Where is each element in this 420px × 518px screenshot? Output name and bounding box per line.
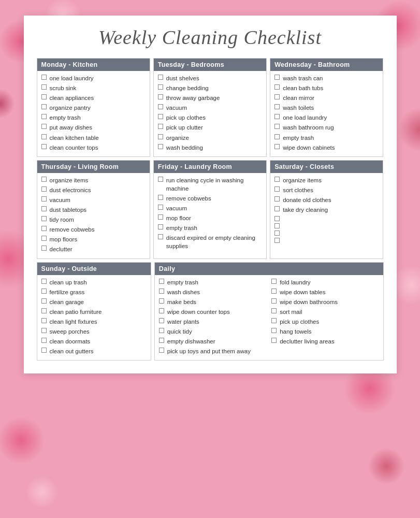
checkbox[interactable] [158,84,163,90]
saturday-section: Saturday - Closets organize itemssort cl… [270,160,383,259]
checkbox[interactable] [41,298,47,304]
checkbox[interactable] [271,308,277,313]
checkbox[interactable] [41,124,47,129]
item-label: wash dishes [167,288,200,296]
checkbox[interactable] [274,206,280,211]
item-label: clean mirror [283,94,314,102]
item-label: sweep porches [50,327,90,336]
checkbox[interactable] [41,206,47,211]
item-label: declutter living areas [280,337,334,346]
checkbox[interactable] [274,238,280,243]
checkbox[interactable] [41,144,47,149]
item-label: organize items [283,176,322,184]
list-item: empty trash [274,134,379,142]
checkbox[interactable] [41,226,47,231]
checkbox[interactable] [158,114,163,119]
checkbox[interactable] [158,104,163,109]
checkbox[interactable] [41,338,47,343]
checkbox[interactable] [159,289,164,294]
checkbox[interactable] [158,144,163,149]
checkbox[interactable] [159,279,164,284]
list-item: fold laundry [271,278,379,286]
checkbox[interactable] [274,134,280,139]
checkbox[interactable] [271,338,277,343]
checkbox[interactable] [274,216,280,221]
checkbox[interactable] [271,298,277,304]
item-label: change bedding [166,84,209,92]
checkbox[interactable] [41,328,47,333]
list-item: fertilize grass [41,288,147,296]
list-item: wash dishes [159,288,266,296]
checkbox[interactable] [159,318,164,323]
checkbox[interactable] [41,84,47,90]
checkbox[interactable] [41,236,47,241]
list-item: sweep porches [41,327,147,336]
checkbox[interactable] [41,308,47,313]
checkbox[interactable] [158,234,163,239]
checkbox[interactable] [274,104,280,109]
item-label: vacuum [166,204,187,212]
list-item: clean kitchen table [41,134,146,142]
checkbox[interactable] [158,224,163,229]
tuesday-body: dust shelveschange beddingthrow away gar… [154,71,266,156]
checkbox[interactable] [158,214,163,220]
checkbox[interactable] [159,328,164,333]
item-label: wipe down bathrooms [280,298,338,306]
checkbox[interactable] [274,114,280,119]
tuesday-header: Tuesday - Bedrooms [154,59,266,71]
checkbox[interactable] [158,94,163,99]
checkbox[interactable] [158,195,163,200]
monday-header: Monday - Kitchen [37,59,150,71]
daily-section: Daily empty trashwash dishesmake bedswip… [154,262,384,361]
checkbox[interactable] [41,246,47,251]
checkbox[interactable] [271,328,277,333]
checkbox[interactable] [158,205,163,210]
checkbox[interactable] [159,308,164,313]
checkbox[interactable] [41,177,47,182]
checkbox[interactable] [41,318,47,323]
checkbox[interactable] [41,75,47,80]
item-label: sort clothes [283,186,313,194]
checkbox[interactable] [41,104,47,109]
checkbox[interactable] [41,289,47,294]
checkbox[interactable] [41,216,47,221]
checkbox[interactable] [41,186,47,192]
checkbox[interactable] [158,75,163,80]
checkbox[interactable] [159,298,164,304]
checkbox[interactable] [271,318,277,323]
top-grid: Monday - Kitchen one load laundryscrub s… [37,58,384,157]
monday-section: Monday - Kitchen one load laundryscrub s… [37,58,150,157]
checkbox[interactable] [159,348,164,353]
list-item: wipe down cabinets [274,143,379,152]
checkbox[interactable] [158,177,163,182]
checkbox[interactable] [158,134,163,139]
checkbox[interactable] [41,279,47,284]
item-label: mop floors [50,235,78,243]
item-label: dust electronics [50,186,91,194]
checkbox[interactable] [41,134,47,139]
checkbox[interactable] [274,84,280,90]
list-item: wipe down tables [271,288,379,296]
checkbox[interactable] [158,124,163,129]
item-label: one load laundry [50,74,94,82]
checkbox[interactable] [271,279,277,284]
checkbox[interactable] [274,223,280,228]
checkbox[interactable] [41,94,47,99]
checkbox[interactable] [274,144,280,149]
list-item: dust shelves [158,74,262,82]
checkbox[interactable] [274,177,280,182]
checkbox[interactable] [274,196,280,202]
checkbox[interactable] [274,186,280,192]
checkbox[interactable] [159,338,164,343]
checkbox[interactable] [274,124,280,129]
checkbox[interactable] [41,348,47,353]
checkbox[interactable] [274,94,280,99]
checkbox[interactable] [274,75,280,80]
checkbox[interactable] [41,196,47,202]
checkbox[interactable] [271,289,277,294]
item-label: dust shelves [166,74,199,82]
daily-header: Daily [155,263,383,275]
checkbox[interactable] [274,231,280,236]
friday-body: run cleaning cycle in washing machinerem… [154,173,266,255]
checkbox[interactable] [41,114,47,119]
